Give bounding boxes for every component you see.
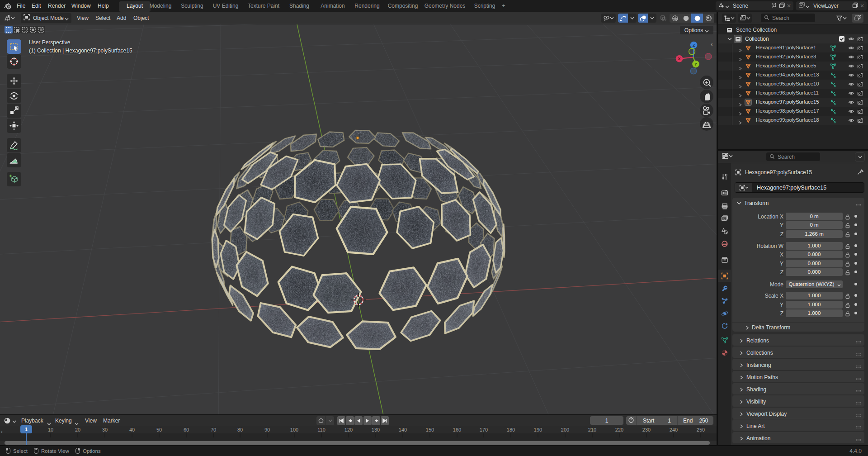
svg-text:Y: Y [694, 62, 697, 66]
svg-text:Z: Z [693, 43, 695, 48]
svg-text:X: X [678, 57, 680, 61]
